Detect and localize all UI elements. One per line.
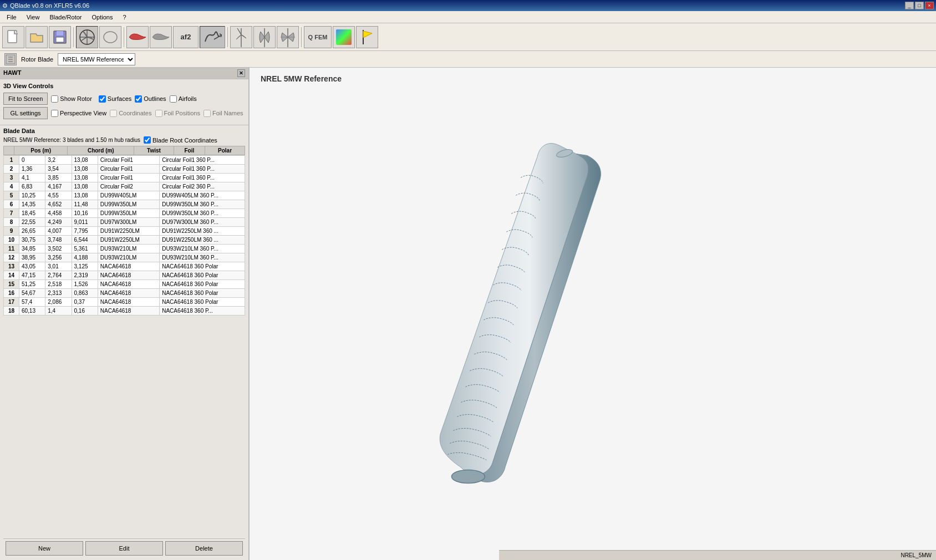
airfoils-checkbox[interactable] [170,95,177,103]
perspective-text: Perspective View [60,110,106,116]
blade-design-button[interactable] [76,26,98,48]
table-row[interactable]: 14 47,15 2,764 2,319 NACA64618 NACA64618… [4,271,245,280]
row-twist: 2,319 [72,271,98,280]
new-button[interactable] [2,26,24,48]
row-num: 11 [4,245,19,253]
analysis-button[interactable] [200,26,225,48]
blade-root-text: Blade Root Coordinates [152,137,217,144]
gl-settings-button[interactable]: GL settings [3,107,48,119]
show-rotor-label[interactable]: Show Rotor [51,95,91,103]
outlines-label[interactable]: Outlines [135,95,166,103]
menu-blade-rotor[interactable]: Blade/Rotor [45,13,86,22]
table-row[interactable]: 1 0 3,2 13,08 Circular Foil1 Circular Fo… [4,156,245,165]
table-row[interactable]: 2 1,36 3,54 13,08 Circular Foil1 Circula… [4,165,245,174]
row-twist: 13,08 [72,191,98,200]
perspective-checkbox[interactable] [51,110,58,117]
foil-names-checkbox[interactable] [204,110,211,117]
table-row[interactable]: 4 6,83 4,167 13,08 Circular Foil2 Circul… [4,182,245,191]
app-icon: ⚙ [2,2,8,9]
panel-title: HAWT [3,69,21,77]
fit-to-screen-button[interactable]: Fit to Screen [3,93,48,105]
bottom-buttons: New Edit Delete [3,538,245,558]
airfoil-design-button[interactable] [126,26,149,48]
surfaces-checkbox[interactable] [99,95,106,103]
minimize-button[interactable]: _ [905,2,914,9]
row-polar: NACA64618 360 Polar [160,262,245,271]
row-chord: 3,85 [45,174,72,182]
edit-blade-button[interactable]: Edit [85,541,163,556]
coordinates-label[interactable]: Coordinates [110,110,151,117]
maximize-button[interactable]: □ [915,2,924,9]
table-row[interactable]: 5 10,25 4,55 13,08 DU99W405LM DU99W405LM… [4,191,245,200]
row-polar: NACA64618 360 Polar [160,271,245,280]
table-row[interactable]: 9 26,65 4,007 7,795 DU91W2250LM DU91W225… [4,227,245,236]
row-chord: 4,652 [45,200,72,209]
outlines-checkbox[interactable] [135,95,142,103]
row-chord: 3,2 [45,156,72,165]
vawt-button[interactable] [253,26,276,48]
surfaces-label[interactable]: Surfaces [99,95,131,103]
menu-view[interactable]: View [22,13,44,22]
row-num: 6 [4,200,19,209]
menu-options[interactable]: Options [87,13,117,22]
panel-close-button[interactable]: ✕ [237,69,245,77]
titlebar-controls[interactable]: _ □ × [905,2,934,9]
row-chord: 4,007 [45,227,72,236]
table-row[interactable]: 3 4,1 3,85 13,08 Circular Foil1 Circular… [4,174,245,182]
foil-button[interactable] [99,26,121,48]
statusbar: NREL_5MW [499,550,936,560]
table-row[interactable]: 18 60,13 1,4 0,16 NACA64618 NACA64618 36… [4,307,245,315]
new-blade-button[interactable]: New [6,541,83,556]
view-area[interactable]: NREL 5MW Reference [250,68,936,560]
360-button[interactable]: af2 [173,26,199,48]
export-button[interactable] [356,26,378,48]
controls-row-2: GL settings Perspective View Coordinates… [3,107,245,119]
row-pos: 18,45 [19,209,45,218]
360-label: af2 [181,33,191,41]
qfem-button[interactable]: Q FEM [304,26,332,48]
perspective-label[interactable]: Perspective View [51,110,106,117]
table-row[interactable]: 7 18,45 4,458 10,16 DU99W350LM DU99W350L… [4,209,245,218]
table-row[interactable]: 12 38,95 3,256 4,188 DU93W210LM DU93W210… [4,253,245,262]
table-row[interactable]: 11 34,85 3,502 5,361 DU93W210LM DU93W210… [4,245,245,253]
table-row[interactable]: 6 14,35 4,652 11,48 DU99W350LM DU99W350L… [4,200,245,209]
row-num: 2 [4,165,19,174]
table-row[interactable]: 10 30,75 3,748 6,544 DU91W2250LM DU91W22… [4,236,245,245]
coordinates-checkbox[interactable] [110,110,117,117]
qfem-label: Q FEM [308,34,328,40]
delete-blade-button[interactable]: Delete [165,541,243,556]
menu-file[interactable]: File [2,13,21,22]
rotor-blade-select[interactable]: NREL 5MW Reference [58,53,135,65]
airfoils-label[interactable]: Airfoils [170,95,197,103]
row-polar: DU91W2250LM 360 ... [160,236,245,245]
rotor-blade-icon [4,53,17,65]
open-button[interactable] [26,26,48,48]
table-row[interactable]: 17 57,4 2,086 0,37 NACA64618 NACA64618 3… [4,298,245,307]
row-num: 12 [4,253,19,262]
table-row[interactable]: 15 51,25 2,518 1,526 NACA64618 NACA64618… [4,280,245,289]
color-button[interactable] [333,26,355,48]
blade-root-label[interactable]: Blade Root Coordinates [144,136,217,144]
save-button[interactable] [49,26,71,48]
table-scroll[interactable]: 1 0 3,2 13,08 Circular Foil1 Circular Fo… [3,155,245,538]
blade-info: NREL 5MW Reference: 3 blades and 1.50 m … [3,136,245,144]
show-rotor-checkbox[interactable] [51,95,58,103]
foil-positions-checkbox[interactable] [155,110,162,117]
row-chord: 4,249 [45,218,72,227]
airfoil-analysis-button[interactable] [150,26,172,48]
propeller-button[interactable] [277,26,299,48]
table-row[interactable]: 8 22,55 4,249 9,011 DU97W300LM DU97W300L… [4,218,245,227]
row-foil: NACA64618 [98,262,159,271]
row-pos: 43,05 [19,262,45,271]
row-chord: 4,167 [45,182,72,191]
table-wrapper: Pos (m) Chord (m) Twist Foil Polar 1 0 3… [3,146,245,538]
blade-root-checkbox[interactable] [144,136,151,144]
foil-names-label[interactable]: Foil Names [204,110,243,117]
hawt-button[interactable] [230,26,252,48]
menu-help[interactable]: ? [118,13,130,22]
table-row[interactable]: 13 43,05 3,01 3,125 NACA64618 NACA64618 … [4,262,245,271]
left-panel: HAWT ✕ 3D View Controls Fit to Screen Sh… [0,68,250,560]
close-button[interactable]: × [925,2,934,9]
foil-positions-label[interactable]: Foil Positions [155,110,200,117]
table-row[interactable]: 16 54,67 2,313 0,863 NACA64618 NACA64618… [4,289,245,298]
